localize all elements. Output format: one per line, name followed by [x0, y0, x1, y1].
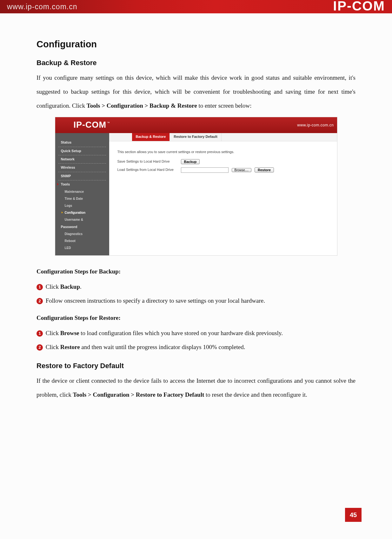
step-text: Follow onscreen instructions to specify … [44, 297, 265, 304]
step-text-post: . [80, 283, 82, 290]
backup-step-2: 2 Follow onscreen instructions to specif… [37, 295, 355, 307]
nav-divider [58, 147, 106, 147]
shot-tabbar: Backup & Restore Restore to Factory Defa… [109, 133, 337, 141]
backup-button[interactable]: Backup [181, 159, 200, 164]
step-bold: Restore [60, 344, 80, 350]
factory-text-post: to reset the device and then reconfigure… [204, 391, 307, 398]
nav-diagnostics[interactable]: Diagnostics [55, 231, 109, 238]
nav-divider [58, 172, 106, 172]
restore-step-1: 1 Click Browse to load configuration fil… [37, 327, 355, 339]
nav-divider [58, 155, 106, 155]
h2-restore-factory: Restore to Factory Default [37, 362, 355, 370]
nav-wireless[interactable]: Wireless [55, 164, 109, 171]
nav-username[interactable]: Username & [55, 216, 109, 223]
tab-restore-factory[interactable]: Restore to Factory Default [170, 133, 222, 141]
step-text-post: and then wait until the progress indicat… [80, 344, 245, 350]
header-logo: IP-COM [333, 0, 385, 13]
shot-sidebar: Status Quick Setup Network Wireless SNMP… [55, 133, 109, 255]
step-number-icon: 1 [37, 330, 43, 337]
factory-path: Tools > Configuration > Restore to Facto… [73, 391, 204, 398]
step-number-icon: 1 [37, 284, 43, 290]
backup-step-1: 1 Click Backup. [37, 281, 355, 293]
shot-header: IP-COM www.ip-com.com.cn [55, 117, 337, 133]
nav-divider [58, 180, 106, 180]
shot-description: This section allows you to save current … [117, 150, 329, 154]
step-text-post: to load configuration files which you ha… [79, 330, 282, 336]
factory-paragraph: If the device or client connected to the… [37, 374, 355, 401]
tab-backup-restore[interactable]: Backup & Restore [132, 133, 170, 141]
nav-password[interactable]: Password [55, 223, 109, 231]
browse-button[interactable]: Browse.... [232, 168, 251, 172]
nav-divider [58, 163, 106, 164]
nav-reboot[interactable]: Reboot [55, 238, 109, 245]
step-bold: Backup [60, 283, 80, 290]
shot-main: Backup & Restore Restore to Factory Defa… [109, 133, 337, 255]
nav-network[interactable]: Network [55, 156, 109, 163]
shot-body: Status Quick Setup Network Wireless SNMP… [55, 133, 337, 255]
h2-backup-restore: Backup & Restore [37, 59, 355, 67]
embedded-screenshot: IP-COM www.ip-com.com.cn Status Quick Se… [55, 117, 337, 256]
restore-step-2: 2 Click Restore and then wait until the … [37, 341, 355, 353]
row-save-settings: Save Settings to Local Hard Drive Backup [117, 159, 329, 164]
label-load-settings: Load Settings from Local Hard Drive [117, 167, 178, 172]
nav-led[interactable]: LED [55, 245, 109, 252]
heading-restore-steps: Configuration Steps for Restore: [37, 311, 355, 325]
shot-content: This section allows you to save current … [109, 141, 337, 184]
restore-button[interactable]: Restore [255, 167, 274, 172]
step-text-pre: Click [44, 330, 60, 336]
heading-backup-steps: Configuration Steps for Backup: [37, 265, 355, 279]
h1-configuration: Configuration [37, 39, 355, 50]
nav-tools[interactable]: Tools [55, 181, 109, 188]
page-header: www.ip-com.com.cn IP-COM [0, 0, 392, 13]
document-body: Configuration Backup & Restore If you co… [0, 13, 392, 402]
header-url: www.ip-com.com.cn [7, 3, 77, 11]
intro-text-post: to enter screen below: [197, 102, 252, 109]
intro-paragraph: If you configure many settings on this d… [37, 71, 355, 112]
step-number-icon: 2 [37, 298, 43, 304]
step-bold: Browse [60, 330, 79, 336]
nav-configuration[interactable]: Configuration [55, 209, 109, 216]
step-text-pre: Click [44, 283, 60, 290]
step-number-icon: 2 [37, 344, 43, 351]
nav-maintenance[interactable]: Maintenance [55, 188, 109, 195]
shot-url: www.ip-com.com.cn [297, 123, 334, 128]
nav-status[interactable]: Status [55, 139, 109, 146]
label-save-settings: Save Settings to Local Hard Drive [117, 159, 178, 164]
page-number: 45 [345, 508, 362, 522]
step-text-pre: Click [44, 344, 60, 350]
file-input[interactable] [181, 167, 229, 173]
nav-time-date[interactable]: Time & Date [55, 195, 109, 202]
nav-logs[interactable]: Logs [55, 202, 109, 209]
nav-snmp[interactable]: SNMP [55, 172, 109, 180]
row-load-settings: Load Settings from Local Hard Drive Brow… [117, 167, 329, 173]
shot-logo: IP-COM [74, 119, 110, 131]
nav-quick-setup[interactable]: Quick Setup [55, 147, 109, 155]
intro-path: Tools > Configuration > Backup & Restore [87, 102, 197, 109]
